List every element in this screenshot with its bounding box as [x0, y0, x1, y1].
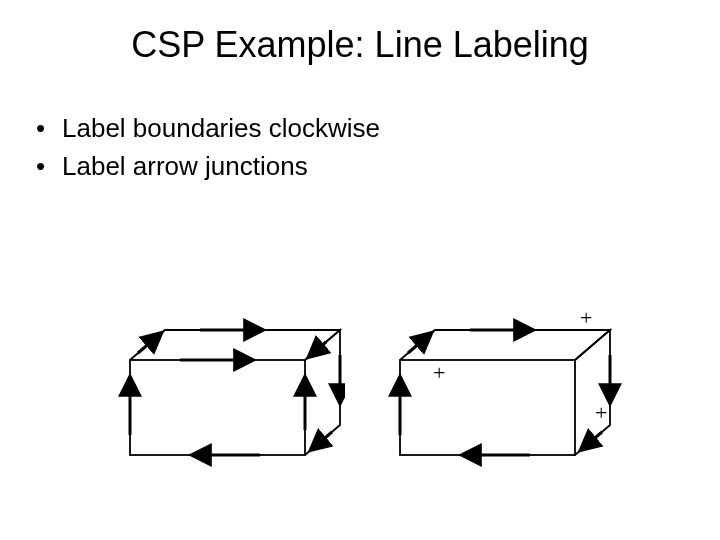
- bullet-dot: •: [36, 148, 62, 186]
- svg-line-11: [408, 335, 429, 353]
- svg-rect-0: [130, 360, 305, 455]
- bullet-item: • Label arrow junctions: [36, 148, 380, 186]
- bullet-dot: •: [36, 110, 62, 148]
- slide-title: CSP Example: Line Labeling: [0, 24, 720, 66]
- svg-line-9: [311, 342, 326, 355]
- svg-line-1: [138, 335, 159, 353]
- bullet-text: Label arrow junctions: [62, 148, 308, 186]
- svg-rect-10: [400, 360, 575, 455]
- cube-left: [110, 300, 345, 475]
- svg-line-14: [583, 432, 602, 448]
- plus-label: +: [433, 360, 445, 385]
- cube-right: + + +: [380, 300, 630, 495]
- plus-label: +: [595, 400, 607, 425]
- bullet-item: • Label boundaries clockwise: [36, 110, 380, 148]
- bullet-text: Label boundaries clockwise: [62, 110, 380, 148]
- bullet-list: • Label boundaries clockwise • Label arr…: [36, 110, 380, 185]
- plus-label: +: [580, 305, 592, 330]
- svg-line-4: [313, 432, 332, 448]
